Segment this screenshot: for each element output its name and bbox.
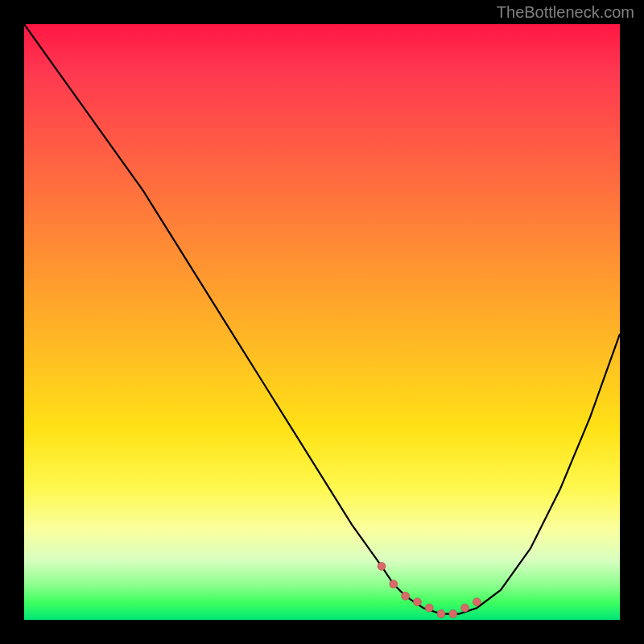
chart-marker-point (425, 604, 433, 612)
chart-curve (24, 24, 620, 614)
chart-marker-point (402, 592, 410, 600)
chart-marker-point (390, 580, 398, 588)
chart-plot-area (24, 24, 620, 620)
chart-marker-point (473, 598, 481, 606)
chart-marker-point (413, 598, 421, 606)
chart-marker-point (437, 610, 445, 618)
chart-marker-point (461, 604, 469, 612)
chart-marker-point (449, 610, 457, 618)
chart-marker-point (378, 562, 386, 570)
chart-svg (24, 24, 620, 620)
watermark-text: TheBottleneck.com (497, 3, 634, 22)
chart-markers (378, 562, 481, 617)
